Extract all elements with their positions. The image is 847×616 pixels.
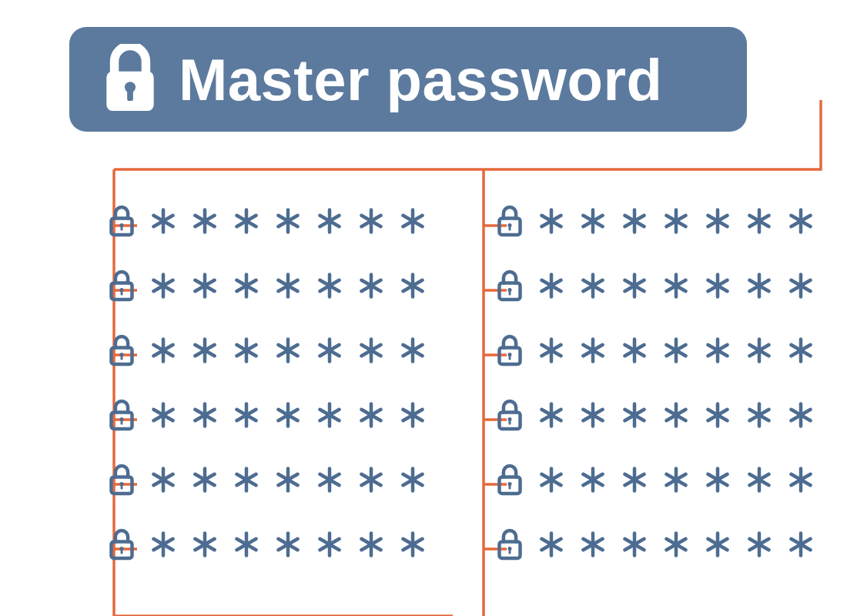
asterisk-icon bbox=[316, 272, 343, 300]
master-password-label: Master password bbox=[179, 46, 662, 113]
asterisk-icon bbox=[316, 401, 343, 429]
asterisk-icon bbox=[745, 272, 773, 300]
asterisk-icon bbox=[233, 272, 260, 300]
lock-icon bbox=[108, 398, 136, 432]
asterisk-icon bbox=[621, 531, 648, 558]
masked-password bbox=[537, 531, 815, 558]
password-column-left bbox=[108, 204, 427, 561]
svg-rect-285 bbox=[509, 549, 511, 554]
password-entry bbox=[496, 204, 815, 238]
asterisk-icon bbox=[399, 272, 427, 300]
lock-icon bbox=[108, 463, 136, 497]
asterisk-icon bbox=[357, 531, 385, 558]
asterisk-icon bbox=[621, 336, 648, 364]
asterisk-icon bbox=[191, 336, 219, 364]
asterisk-icon bbox=[579, 531, 607, 558]
master-password-box: Master password bbox=[69, 27, 747, 132]
asterisk-icon bbox=[745, 466, 773, 494]
lock-icon bbox=[496, 333, 524, 367]
masked-password bbox=[537, 336, 815, 364]
asterisk-icon bbox=[579, 401, 607, 429]
asterisk-icon bbox=[621, 401, 648, 429]
masked-password bbox=[149, 336, 427, 364]
asterisk-icon bbox=[274, 531, 302, 558]
asterisk-icon bbox=[399, 336, 427, 364]
lock-icon bbox=[100, 44, 160, 115]
password-entry bbox=[108, 463, 427, 497]
password-manager-diagram: Master password bbox=[62, 27, 801, 132]
svg-rect-213 bbox=[509, 355, 511, 360]
masked-password bbox=[149, 531, 427, 558]
asterisk-icon bbox=[274, 207, 302, 235]
asterisk-icon bbox=[662, 531, 690, 558]
asterisk-icon bbox=[745, 207, 773, 235]
lock-icon bbox=[108, 527, 136, 561]
asterisk-icon bbox=[149, 401, 177, 429]
password-columns bbox=[62, 204, 815, 561]
asterisk-icon bbox=[191, 531, 219, 558]
asterisk-icon bbox=[399, 466, 427, 494]
asterisk-icon bbox=[662, 207, 690, 235]
password-column-right bbox=[496, 204, 815, 561]
svg-rect-21 bbox=[121, 226, 123, 230]
asterisk-icon bbox=[745, 531, 773, 558]
asterisk-icon bbox=[316, 531, 343, 558]
password-entry bbox=[496, 269, 815, 303]
asterisk-icon bbox=[704, 401, 732, 429]
asterisk-icon bbox=[191, 207, 219, 235]
asterisk-icon bbox=[149, 207, 177, 235]
password-entry bbox=[108, 398, 427, 432]
asterisk-icon bbox=[662, 401, 690, 429]
svg-rect-237 bbox=[509, 420, 511, 424]
masked-password bbox=[149, 401, 427, 429]
asterisk-icon bbox=[787, 272, 815, 300]
asterisk-icon bbox=[621, 207, 648, 235]
asterisk-icon bbox=[704, 207, 732, 235]
asterisk-icon bbox=[274, 401, 302, 429]
password-entry bbox=[108, 527, 427, 561]
asterisk-icon bbox=[579, 207, 607, 235]
asterisk-icon bbox=[537, 401, 565, 429]
asterisk-icon bbox=[662, 466, 690, 494]
asterisk-icon bbox=[704, 272, 732, 300]
asterisk-icon bbox=[787, 531, 815, 558]
asterisk-icon bbox=[149, 531, 177, 558]
asterisk-icon bbox=[787, 336, 815, 364]
asterisk-icon bbox=[233, 466, 260, 494]
asterisk-icon bbox=[274, 272, 302, 300]
asterisk-icon bbox=[579, 466, 607, 494]
lock-icon bbox=[108, 204, 136, 238]
asterisk-icon bbox=[357, 272, 385, 300]
password-entry bbox=[108, 269, 427, 303]
asterisk-icon bbox=[357, 336, 385, 364]
asterisk-icon bbox=[537, 272, 565, 300]
asterisk-icon bbox=[662, 336, 690, 364]
asterisk-icon bbox=[233, 531, 260, 558]
asterisk-icon bbox=[399, 207, 427, 235]
asterisk-icon bbox=[316, 207, 343, 235]
asterisk-icon bbox=[399, 531, 427, 558]
lock-icon bbox=[496, 269, 524, 303]
masked-password bbox=[537, 272, 815, 300]
asterisk-icon bbox=[316, 336, 343, 364]
asterisk-icon bbox=[621, 466, 648, 494]
asterisk-icon bbox=[787, 466, 815, 494]
asterisk-icon bbox=[787, 401, 815, 429]
asterisk-icon bbox=[149, 466, 177, 494]
masked-password bbox=[149, 272, 427, 300]
asterisk-icon bbox=[537, 466, 565, 494]
asterisk-icon bbox=[316, 466, 343, 494]
asterisk-icon bbox=[233, 336, 260, 364]
svg-rect-189 bbox=[509, 290, 511, 295]
lock-icon bbox=[496, 463, 524, 497]
asterisk-icon bbox=[274, 336, 302, 364]
svg-rect-45 bbox=[121, 290, 123, 295]
masked-password bbox=[149, 207, 427, 235]
asterisk-icon bbox=[704, 466, 732, 494]
asterisk-icon bbox=[233, 401, 260, 429]
asterisk-icon bbox=[274, 466, 302, 494]
asterisk-icon bbox=[621, 272, 648, 300]
lock-icon bbox=[108, 333, 136, 367]
svg-rect-141 bbox=[121, 549, 123, 554]
asterisk-icon bbox=[149, 336, 177, 364]
